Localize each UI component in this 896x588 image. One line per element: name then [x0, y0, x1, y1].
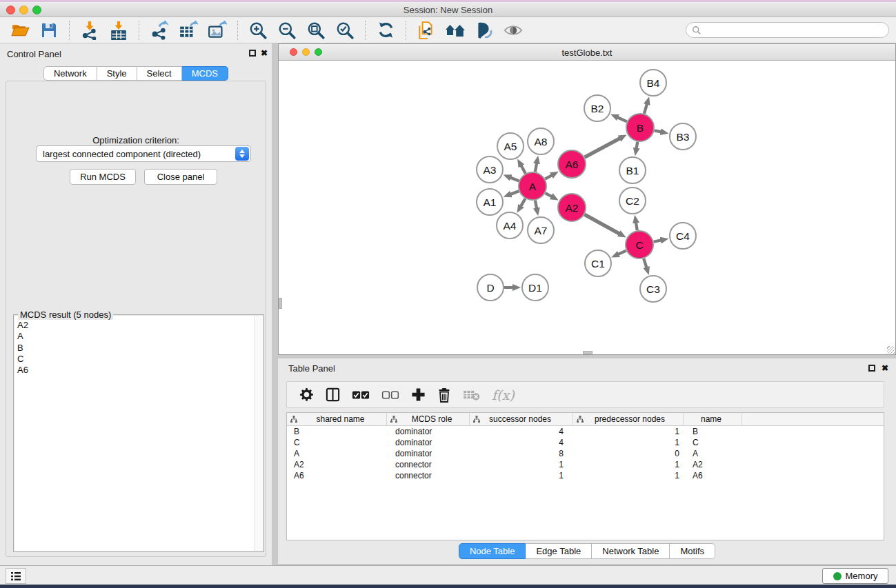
table-cell[interactable]: 1: [573, 460, 684, 469]
edge-B-B3[interactable]: [655, 130, 661, 132]
node-A1[interactable]: A1: [477, 189, 503, 215]
zoom-fit-icon[interactable]: [306, 20, 326, 41]
tab-network[interactable]: Network: [43, 66, 97, 81]
result-item[interactable]: A6: [14, 365, 263, 376]
tab-select[interactable]: Select: [137, 66, 182, 81]
result-item[interactable]: C: [14, 354, 263, 365]
add-icon[interactable]: [411, 387, 426, 402]
edge-A-A4[interactable]: [521, 199, 525, 206]
node-A8[interactable]: A8: [528, 128, 554, 154]
network-window-titlebar[interactable]: testGlobe.txt: [279, 44, 895, 61]
column-header-MCDS-role[interactable]: MCDS role: [387, 413, 470, 425]
table-cell[interactable]: 1: [470, 460, 573, 469]
table-row[interactable]: Bdominator41B: [287, 426, 884, 437]
tab-network-table[interactable]: Network Table: [592, 543, 670, 559]
tab-edge-table[interactable]: Edge Table: [526, 543, 592, 559]
table-cell[interactable]: dominator: [387, 449, 470, 458]
edge-A-A3[interactable]: [510, 178, 519, 181]
float-panel-icon[interactable]: [249, 50, 256, 57]
result-item[interactable]: A: [14, 331, 263, 342]
open-folder-icon[interactable]: [10, 20, 30, 41]
clone-network-icon[interactable]: [416, 20, 437, 41]
close-table-panel-icon[interactable]: ✖: [882, 363, 888, 373]
edge-A-A6[interactable]: [545, 175, 552, 179]
deselect-all-icon[interactable]: [381, 390, 399, 400]
home-icon[interactable]: [445, 20, 466, 41]
task-history-button[interactable]: [6, 568, 26, 584]
node-A2[interactable]: A2: [558, 194, 586, 221]
edge-C-C4[interactable]: [654, 240, 661, 241]
table-cell[interactable]: A: [684, 449, 742, 458]
edge-B-B4[interactable]: [644, 104, 647, 114]
node-table[interactable]: shared nameMCDS rolesuccessor nodesprede…: [286, 412, 884, 540]
delete-table-icon[interactable]: [463, 389, 480, 401]
edge-A-A2[interactable]: [545, 193, 552, 196]
zoom-in-icon[interactable]: [248, 20, 268, 41]
node-D1[interactable]: D1: [522, 274, 548, 301]
table-cell[interactable]: 0: [573, 449, 684, 458]
node-A4[interactable]: A4: [497, 212, 523, 239]
edge-A-A7[interactable]: [535, 201, 537, 209]
table-cell[interactable]: C: [684, 438, 742, 447]
node-B[interactable]: B: [626, 114, 654, 141]
table-row[interactable]: Cdominator41C: [287, 437, 884, 448]
float-table-panel-icon[interactable]: [868, 365, 875, 372]
node-D[interactable]: D: [477, 274, 504, 301]
table-cell[interactable]: B: [287, 427, 387, 436]
node-C2[interactable]: C2: [619, 187, 646, 214]
tab-motifs[interactable]: Motifs: [670, 543, 715, 559]
table-cell[interactable]: A2: [684, 460, 742, 469]
node-C3[interactable]: C3: [640, 276, 666, 302]
edge-A-A1[interactable]: [510, 191, 519, 194]
resize-grip[interactable]: [887, 346, 895, 354]
table-cell[interactable]: 1: [573, 427, 684, 436]
node-B4[interactable]: B4: [640, 70, 666, 96]
table-cell[interactable]: 1: [573, 471, 684, 480]
edge-B-B2[interactable]: [617, 117, 627, 121]
table-row[interactable]: A2connector11A2: [287, 459, 884, 470]
result-scrollbar[interactable]: [254, 316, 263, 551]
table-row[interactable]: Adominator80A: [287, 448, 884, 459]
table-cell[interactable]: 4: [470, 438, 573, 447]
eye-icon[interactable]: [503, 20, 524, 41]
table-cell[interactable]: 4: [470, 427, 573, 436]
node-C[interactable]: C: [626, 231, 653, 258]
search-input[interactable]: [686, 22, 889, 38]
node-C1[interactable]: C1: [585, 250, 611, 276]
network-canvas[interactable]: AA1A3A5A8A4A7A6A2BB1B2B3B4CC1C2C3C4DD1: [279, 61, 895, 354]
edge-A6-B[interactable]: [585, 139, 620, 158]
tab-mcds[interactable]: MCDS: [182, 66, 228, 81]
app-titlebar[interactable]: Session: New Session: [0, 2, 896, 17]
export-image-icon[interactable]: [207, 20, 228, 41]
table-cell[interactable]: dominator: [387, 438, 470, 447]
run-mcds-button[interactable]: Run MCDS: [70, 169, 136, 185]
table-cell[interactable]: A6: [287, 471, 387, 480]
table-row[interactable]: A6connector11A6: [287, 470, 884, 481]
node-A7[interactable]: A7: [528, 217, 554, 243]
edge-B-B1[interactable]: [637, 142, 638, 149]
close-panel-button[interactable]: Close panel: [144, 169, 217, 185]
table-cell[interactable]: A2: [287, 460, 387, 469]
mcds-result-list[interactable]: A2ABCA6: [14, 316, 263, 551]
export-table-icon[interactable]: [178, 20, 199, 41]
node-C4[interactable]: C4: [670, 223, 696, 249]
table-cell[interactable]: connector: [387, 471, 470, 480]
refresh-icon[interactable]: [375, 20, 396, 41]
node-B2[interactable]: B2: [584, 95, 610, 121]
table-cell[interactable]: 8: [470, 449, 573, 458]
horizontal-scroll-thumb[interactable]: [583, 351, 593, 354]
zoom-out-icon[interactable]: [277, 20, 297, 41]
table-cell[interactable]: 1: [470, 471, 573, 480]
criterion-select[interactable]: largest connected component (directed): [36, 145, 251, 162]
table-cell[interactable]: A6: [684, 471, 742, 480]
tab-style[interactable]: Style: [97, 66, 137, 81]
export-network-icon[interactable]: [149, 20, 170, 41]
table-cell[interactable]: A: [287, 449, 387, 458]
table-cell[interactable]: B: [684, 427, 742, 436]
column-header-shared-name[interactable]: shared name: [287, 413, 387, 425]
edge-C-C2[interactable]: [636, 223, 637, 231]
node-B3[interactable]: B3: [670, 123, 696, 150]
column-header-successor-nodes[interactable]: successor nodes: [470, 413, 573, 425]
import-table-icon[interactable]: [108, 20, 129, 41]
network-graph[interactable]: AA1A3A5A8A4A7A6A2BB1B2B3B4CC1C2C3C4DD1: [279, 61, 895, 355]
